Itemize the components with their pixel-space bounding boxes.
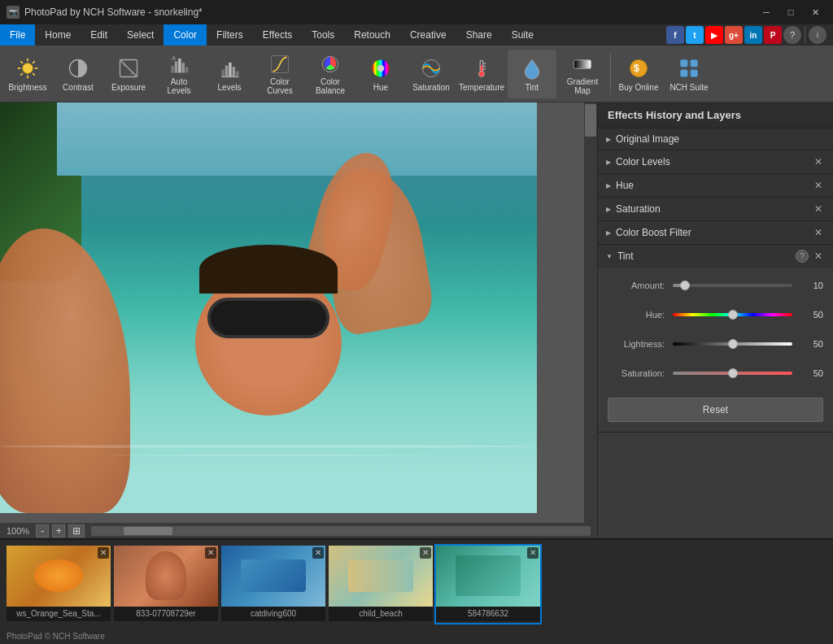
gradient-map-tool[interactable]: Gradient Map	[558, 50, 607, 98]
facebook-icon[interactable]: f	[666, 26, 684, 44]
amount-slider-thumb[interactable]	[680, 281, 690, 290]
menu-retouch[interactable]: Retouch	[344, 24, 400, 46]
filmstrip-close-5[interactable]: ✕	[527, 547, 539, 559]
saturation-slider-thumb[interactable]	[728, 368, 738, 378]
svg-text:+: +	[123, 62, 127, 69]
app-icon-1: 📷	[7, 6, 20, 19]
filmstrip: ws_Orange_Sea_Sta... ✕ 833-07708729er ✕ …	[0, 538, 833, 628]
googleplus-icon[interactable]: g+	[725, 26, 743, 44]
vertical-scrollbar[interactable]	[584, 102, 597, 538]
zoom-fit-button[interactable]: ⊞	[68, 524, 85, 537]
buy-online-icon: $	[626, 55, 652, 81]
zoom-in-button[interactable]: +	[52, 524, 65, 537]
section-tint-header[interactable]: ▼ Tint ? ✕	[598, 245, 833, 268]
section-color-levels: ▶ Color Levels ✕	[598, 150, 833, 174]
contrast-label: Contrast	[63, 83, 94, 92]
brightness-label: Brightness	[8, 83, 46, 92]
menu-suite[interactable]: Suite	[502, 24, 543, 46]
copyright-text: PhotoPad © NCH Software	[7, 632, 105, 641]
reset-button[interactable]: Reset	[608, 398, 823, 422]
info-icon[interactable]: i	[809, 26, 826, 44]
hscroll-thumb[interactable]	[124, 527, 172, 535]
filmstrip-close-3[interactable]: ✕	[312, 547, 324, 559]
menu-creative[interactable]: Creative	[400, 24, 456, 46]
tint-tool[interactable]: Tint	[508, 50, 556, 98]
menu-tools[interactable]: Tools	[302, 24, 344, 46]
lightness-value: 50	[799, 339, 823, 349]
section-saturation-header[interactable]: ▶ Saturation ✕	[598, 198, 833, 220]
saturation-value: 50	[799, 368, 823, 378]
exposure-tool[interactable]: + − Exposure	[104, 50, 153, 98]
maximize-button[interactable]: □	[779, 4, 802, 20]
app-title: PhotoPad by NCH Software - snorkeling*	[24, 7, 203, 18]
hair	[199, 245, 338, 294]
section-color-levels-header[interactable]: ▶ Color Levels ✕	[598, 150, 833, 173]
section-saturation-close[interactable]: ✕	[812, 202, 825, 215]
zoom-out-button[interactable]: -	[36, 524, 49, 537]
filmstrip-close-4[interactable]: ✕	[420, 547, 431, 559]
horizontal-scrollbar[interactable]	[91, 526, 591, 536]
color-balance-label: Color Balance	[309, 77, 351, 95]
vscroll-thumb[interactable]	[585, 104, 596, 137]
menu-effects[interactable]: Effects	[253, 24, 302, 46]
tint-help-icon[interactable]: ?	[796, 250, 809, 263]
color-curves-tool[interactable]: Color Curves	[255, 50, 304, 98]
filmstrip-close-1[interactable]: ✕	[98, 547, 109, 559]
nch-suite-label: NCH Suite	[669, 83, 708, 92]
section-saturation-title: Saturation	[616, 203, 812, 215]
contrast-tool[interactable]: Contrast	[54, 50, 102, 98]
youtube-icon[interactable]: ▶	[705, 26, 723, 44]
svg-rect-21	[229, 63, 232, 77]
hue-tool[interactable]: Hue	[356, 50, 405, 98]
section-tint: ▼ Tint ? ✕ Amount: 10	[598, 245, 833, 433]
section-original-header[interactable]: ▶ Original Image	[598, 128, 833, 150]
color-balance-tool[interactable]: Color Balance	[306, 50, 355, 98]
section-color-levels-close[interactable]: ✕	[812, 155, 825, 168]
levels-tool[interactable]: Levels	[205, 50, 254, 98]
filmstrip-close-2[interactable]: ✕	[205, 547, 216, 559]
filmstrip-item-4[interactable]: child_beach ✕	[329, 546, 433, 623]
section-tint-arrow: ▼	[606, 253, 613, 260]
filmstrip-item-5[interactable]: 584786632 ✕	[436, 546, 540, 623]
section-color-levels-title: Color Levels	[616, 156, 812, 168]
lightness-label: Lightness:	[608, 339, 665, 349]
filmstrip-label-3: catdiving600	[221, 607, 325, 621]
minimize-button[interactable]: ─	[755, 4, 778, 20]
filmstrip-item-3[interactable]: catdiving600 ✕	[221, 546, 325, 623]
menu-color[interactable]: Color	[164, 24, 207, 46]
hue-slider-container	[673, 307, 792, 323]
section-hue-close[interactable]: ✕	[812, 179, 825, 192]
menu-file[interactable]: File	[0, 24, 35, 46]
hue-slider-thumb[interactable]	[728, 310, 738, 320]
section-hue-header[interactable]: ▶ Hue ✕	[598, 174, 833, 197]
buy-online-tool[interactable]: $ Buy Online	[614, 50, 663, 98]
filmstrip-item-2[interactable]: 833-07708729er ✕	[114, 546, 218, 623]
section-color-boost-header[interactable]: ▶ Color Boost Filter ✕	[598, 221, 833, 244]
svg-line-6	[33, 73, 35, 76]
menu-edit[interactable]: Edit	[81, 24, 117, 46]
twitter-icon[interactable]: t	[686, 26, 704, 44]
lightness-slider-thumb[interactable]	[728, 339, 738, 349]
menu-home[interactable]: Home	[35, 24, 81, 46]
section-tint-close[interactable]: ✕	[812, 250, 825, 263]
help-icon[interactable]: ?	[783, 26, 801, 44]
menu-share[interactable]: Share	[456, 24, 502, 46]
temperature-tool[interactable]: Temperature	[457, 50, 506, 98]
color-curves-icon	[267, 53, 293, 76]
gradient-map-icon	[569, 53, 595, 76]
amount-value: 10	[799, 281, 823, 290]
main-area: 100% - + ⊞ Effects History and Layers ▶ …	[0, 102, 833, 538]
ripple-1	[0, 445, 537, 448]
brightness-tool[interactable]: Brightness	[3, 50, 52, 98]
close-button[interactable]: ✕	[804, 4, 826, 20]
section-color-boost-close[interactable]: ✕	[812, 226, 825, 239]
menu-select[interactable]: Select	[117, 24, 164, 46]
auto-levels-tool[interactable]: A Auto Levels	[155, 50, 203, 98]
saturation-tool[interactable]: Saturation	[407, 50, 456, 98]
pinterest-icon[interactable]: P	[764, 26, 782, 44]
linkedin-icon[interactable]: in	[744, 26, 762, 44]
menu-filters[interactable]: Filters	[207, 24, 253, 46]
nch-suite-tool[interactable]: NCH Suite	[665, 50, 713, 98]
filmstrip-item-1[interactable]: ws_Orange_Sea_Sta... ✕	[7, 546, 111, 623]
contrast-icon	[65, 55, 91, 81]
